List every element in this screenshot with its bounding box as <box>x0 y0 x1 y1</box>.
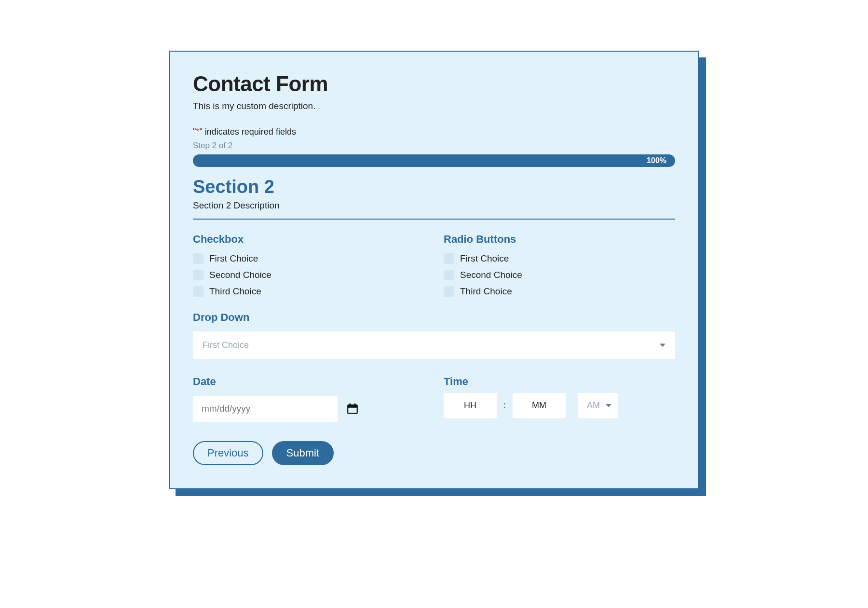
radio-option-label: Third Choice <box>460 286 512 297</box>
radio-column: Radio Buttons First Choice Second Choice… <box>444 233 675 297</box>
checkbox-label: Checkbox <box>193 233 424 246</box>
checkbox-input[interactable] <box>193 270 203 280</box>
time-ampm-select[interactable]: AM <box>578 393 618 418</box>
checkbox-list: First Choice Second Choice Third Choice <box>193 253 424 297</box>
progress-value: 100% <box>647 156 666 165</box>
date-input-row <box>193 396 424 422</box>
section-title: Section 2 <box>193 177 675 197</box>
progress-bar: 100% <box>193 154 675 167</box>
required-fields-note: "*" indicates required fields <box>193 127 675 137</box>
checkbox-input[interactable] <box>193 253 203 264</box>
svg-rect-2 <box>350 403 351 406</box>
checkbox-option-label: Third Choice <box>209 286 261 297</box>
time-input-row: : AM <box>444 393 675 418</box>
date-input[interactable] <box>193 396 338 422</box>
radio-input[interactable] <box>444 253 454 264</box>
dropdown-selected-value: First Choice <box>203 340 249 350</box>
calendar-icon[interactable] <box>346 402 359 415</box>
time-minute-input[interactable] <box>513 393 566 418</box>
checkbox-option-label: Second Choice <box>209 270 271 280</box>
radio-option-label: First Choice <box>460 253 509 264</box>
time-hour-input[interactable] <box>444 393 497 418</box>
choice-row: Checkbox First Choice Second Choice Thir… <box>193 233 675 297</box>
date-label: Date <box>193 375 424 388</box>
dropdown-label: Drop Down <box>193 311 675 324</box>
radio-item: Second Choice <box>444 270 675 280</box>
svg-rect-1 <box>348 405 357 407</box>
form-description: This is my custom description. <box>193 101 675 111</box>
chevron-down-icon <box>606 404 611 407</box>
checkbox-column: Checkbox First Choice Second Choice Thir… <box>193 233 424 297</box>
date-column: Date <box>193 375 424 422</box>
required-note-text: indicates required fields <box>203 127 296 137</box>
radio-item: Third Choice <box>444 286 675 297</box>
form-title: Contact Form <box>193 72 675 96</box>
dropdown-select[interactable]: First Choice <box>193 332 675 359</box>
checkbox-item: Second Choice <box>193 270 424 280</box>
checkbox-option-label: First Choice <box>209 253 258 264</box>
step-label: Step 2 of 2 <box>193 141 675 151</box>
datetime-row: Date Time : <box>193 375 675 422</box>
radio-list: First Choice Second Choice Third Choice <box>444 253 675 297</box>
radio-input[interactable] <box>444 286 454 297</box>
section-divider <box>193 219 675 220</box>
time-column: Time : AM <box>444 375 675 422</box>
chevron-down-icon <box>660 344 665 347</box>
dropdown-wrap: First Choice <box>193 332 675 359</box>
checkbox-item: Third Choice <box>193 286 424 297</box>
button-row: Previous Submit <box>193 441 675 465</box>
radio-item: First Choice <box>444 253 675 264</box>
svg-rect-3 <box>354 403 356 406</box>
radio-input[interactable] <box>444 270 454 280</box>
radio-option-label: Second Choice <box>460 270 522 280</box>
previous-button[interactable]: Previous <box>193 441 263 465</box>
checkbox-item: First Choice <box>193 253 424 264</box>
dropdown-field: Drop Down First Choice <box>193 311 675 359</box>
form-panel: Contact Form This is my custom descripti… <box>169 51 699 489</box>
time-ampm-value: AM <box>587 401 600 411</box>
form-wrapper: Contact Form This is my custom descripti… <box>169 51 699 489</box>
checkbox-input[interactable] <box>193 286 203 297</box>
submit-button[interactable]: Submit <box>272 441 334 465</box>
radio-label: Radio Buttons <box>444 233 675 246</box>
section-description: Section 2 Description <box>193 200 675 211</box>
time-colon: : <box>502 401 507 411</box>
time-label: Time <box>444 375 675 388</box>
